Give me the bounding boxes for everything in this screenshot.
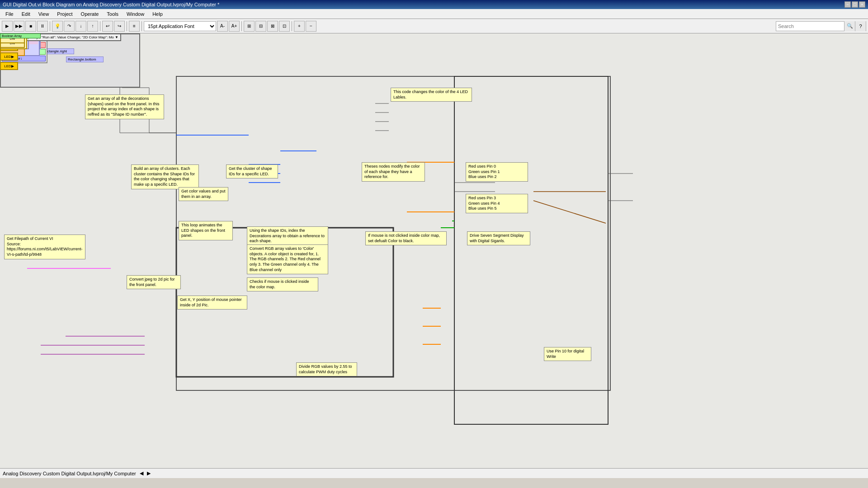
menu-bar: File Edit View Project Operate Tools Win… [0, 9, 868, 19]
note-seven-seg: Drive Seven Segment Display with Digital… [467, 231, 530, 245]
order-button[interactable]: ⊡ [279, 21, 290, 32]
run-button[interactable]: ▶ [2, 21, 13, 32]
note-convert-jpeg: Convert jpeg to 2d pic for the front pan… [127, 275, 181, 289]
diagram-canvas[interactable]: phdwf 132▼ F Dwf Digital IO Reset.vi Get… [0, 33, 868, 478]
zoom-in-button[interactable]: + [294, 21, 305, 32]
font-size-up[interactable]: A+ [229, 21, 240, 32]
note-pin-345: Red uses Pin 3Green uses Pin 4Blue uses … [466, 194, 528, 213]
undo-button[interactable]: ↩ [102, 21, 113, 32]
led-block-4[interactable]: LED▶ [0, 62, 18, 70]
main-diagram-area: phdwf 132▼ F Dwf Digital IO Reset.vi Get… [0, 33, 868, 478]
menu-window[interactable]: Window [123, 10, 148, 18]
note-mouse-not-clicked: If mouse is not clicked inside color map… [365, 231, 447, 245]
toolbar: ▶ ▶▶ ■ ⏸ 💡 ↷ ↓ ↑ ↩ ↪ ≡ 15pt Application … [0, 19, 868, 33]
status-scroll[interactable]: ▶ [147, 470, 151, 476]
note-pin-012: Red uses Pin 0Green uses Pin 1Blue uses … [466, 162, 528, 182]
search-box: 🔍 ? [776, 21, 866, 31]
note-check-mouse: Checks if mouse is clicked inside the co… [247, 277, 318, 291]
menu-help[interactable]: Help [149, 10, 166, 18]
note-loop-animates: This loop animates the LED shapes on the… [179, 221, 233, 240]
search-help[interactable]: ? [855, 21, 866, 31]
note-get-xy: Get X, Y position of mouse pointer insid… [177, 296, 247, 310]
zoom-out-button[interactable]: − [306, 21, 316, 32]
toolbar-sep5 [241, 21, 242, 31]
search-button[interactable]: 🔍 [844, 21, 855, 31]
window-controls: − □ × [844, 1, 865, 8]
note-these-nodes: Theses nodes modify the color of each sh… [362, 162, 425, 182]
redo-button[interactable]: ↪ [114, 21, 125, 32]
status-path: Analog Discovery Custom Digital Output.l… [3, 471, 136, 476]
menu-project[interactable]: Project [53, 10, 76, 18]
resize-button[interactable]: ⊠ [267, 21, 278, 32]
window-title: GUI Digital Out.vi Block Diagram on Anal… [3, 2, 219, 7]
toolbar-sep2 [100, 21, 100, 31]
step-into-button[interactable]: ↓ [75, 21, 86, 32]
note-get-array: Get an array of all the decorations (sha… [85, 94, 164, 119]
menu-operate[interactable]: Operate [77, 10, 103, 18]
run-cont-button[interactable]: ▶▶ [14, 21, 24, 32]
note-pin10: Use Pin 10 for digital Write [544, 347, 591, 361]
maximize-button[interactable]: □ [852, 1, 858, 8]
menu-view[interactable]: View [35, 10, 53, 18]
led-block-3[interactable]: LED▶ [0, 52, 18, 61]
note-build-array: Build an array of clusters. Each cluster… [131, 164, 199, 189]
rect-bottom-label: Rectangle.bottom [66, 56, 104, 62]
search-input[interactable] [776, 22, 844, 31]
menu-edit[interactable]: Edit [18, 10, 34, 18]
menu-tools[interactable]: Tools [103, 10, 122, 18]
note-changes-color: This code changes the color of the 4 LED… [391, 88, 472, 102]
bool-array[interactable]: Boolean Array [0, 33, 41, 38]
step-out-button[interactable]: ↑ [87, 21, 98, 32]
font-selector[interactable]: 15pt Application Font [144, 21, 216, 31]
toolbar-sep1 [50, 21, 50, 31]
status-bar: Analog Discovery Custom Digital Output.l… [0, 468, 868, 478]
note-divide: Divide RGB values by 2.55 to calculate P… [296, 362, 357, 376]
note-shape-ids: Using the shape IDs, index the Decoratio… [247, 226, 328, 246]
align-button[interactable]: ⊞ [244, 21, 255, 32]
note-get-color: Get color values and put them in an arra… [179, 187, 228, 201]
note-get-cluster: Get the cluster of shape IDs for a speci… [226, 164, 278, 178]
font-size-down[interactable]: A- [217, 21, 228, 32]
distribute-button[interactable]: ⊟ [255, 21, 266, 32]
clean-button[interactable]: ≡ [129, 21, 140, 32]
minimize-button[interactable]: − [844, 1, 851, 8]
menu-file[interactable]: File [2, 10, 17, 18]
note-filepath: Get Filepath of Current VISource: https:… [4, 235, 85, 259]
status-sep: ◀ [140, 470, 143, 476]
note-convert-rgb: Convert RGB array values to 'Color' obje… [247, 244, 328, 274]
toolbar-sep6 [292, 21, 292, 31]
toolbar-sep3 [127, 21, 127, 31]
toolbar-sep4 [142, 21, 142, 31]
pause-button[interactable]: ⏸ [37, 21, 48, 32]
svg-line-18 [533, 201, 606, 223]
step-over-button[interactable]: ↷ [64, 21, 75, 32]
abort-button[interactable]: ■ [25, 21, 36, 32]
highlight-button[interactable]: 💡 [52, 21, 63, 32]
svg-rect-2 [454, 76, 608, 424]
close-button[interactable]: × [859, 1, 865, 8]
title-bar: GUI Digital Out.vi Block Diagram on Anal… [0, 0, 868, 9]
